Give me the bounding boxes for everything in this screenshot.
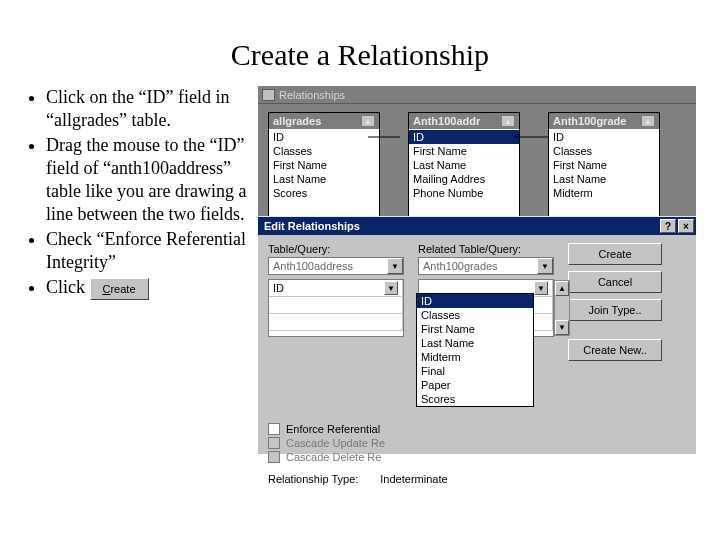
field-item[interactable]: First Name bbox=[549, 158, 659, 172]
scroll-up-icon[interactable]: ▲ bbox=[555, 281, 569, 296]
field-item[interactable]: Phone Numbe bbox=[409, 186, 519, 200]
relationship-type-value: Indeterminate bbox=[380, 473, 447, 485]
table-anth100address[interactable]: Anth100addr ▲ ID First Name Last Name Ma… bbox=[408, 112, 520, 224]
relationships-canvas[interactable]: allgrades ▲ ID Classes First Name Last N… bbox=[258, 104, 696, 224]
grid-scrollbar[interactable]: ▲ ▼ bbox=[554, 280, 570, 336]
combo-value: Anth100grades bbox=[423, 260, 498, 272]
right-table-combo[interactable]: Anth100grades ▼ bbox=[418, 257, 554, 275]
window-icon bbox=[262, 89, 275, 101]
field-item[interactable]: Classes bbox=[269, 144, 379, 158]
field-item[interactable]: Last Name bbox=[409, 158, 519, 172]
relationships-titlebar: Relationships bbox=[258, 86, 696, 104]
field-item[interactable]: First Name bbox=[409, 144, 519, 158]
table-title[interactable]: allgrades ▲ bbox=[269, 113, 379, 129]
bullet-item: Drag the mouse to the “ID” field of “ant… bbox=[46, 134, 252, 226]
table-title-text: allgrades bbox=[273, 115, 321, 127]
field-item[interactable]: Last Name bbox=[549, 172, 659, 186]
dropdown-item[interactable]: Scores bbox=[417, 392, 533, 406]
field-item[interactable]: ID bbox=[549, 130, 659, 144]
cancel-button[interactable]: Cancel bbox=[568, 271, 662, 293]
dropdown-item[interactable]: First Name bbox=[417, 322, 533, 336]
checkbox bbox=[268, 451, 280, 463]
table-anth100grades[interactable]: Anth100grade ▲ ID Classes First Name Las… bbox=[548, 112, 660, 224]
relationships-window-screenshot: Relationships allgrades ▲ ID Classes Fir… bbox=[258, 86, 696, 454]
field-item[interactable]: Classes bbox=[549, 144, 659, 158]
field-item[interactable]: Scores bbox=[269, 186, 379, 200]
field-dropdown-list[interactable]: ID Classes First Name Last Name Midterm … bbox=[416, 293, 534, 407]
checkbox[interactable] bbox=[268, 423, 280, 435]
bullet-item-label: Click bbox=[46, 277, 85, 297]
table-title[interactable]: Anth100addr ▲ bbox=[409, 113, 519, 129]
bullet-item: Click Create bbox=[46, 276, 252, 300]
grid-cell-value: ID bbox=[273, 282, 284, 294]
grid-cell[interactable]: ID ▼ bbox=[269, 280, 403, 296]
checkbox-label: Cascade Update Re bbox=[286, 437, 385, 449]
chevron-down-icon[interactable]: ▼ bbox=[537, 258, 553, 274]
field-item[interactable]: Mailing Addres bbox=[409, 172, 519, 186]
chevron-down-icon[interactable]: ▼ bbox=[387, 258, 403, 274]
field-grid-left[interactable]: ID ▼ bbox=[268, 279, 404, 337]
table-title-text: Anth100grade bbox=[553, 115, 626, 127]
close-icon[interactable]: × bbox=[678, 219, 694, 233]
create-button[interactable]: Create bbox=[568, 243, 662, 265]
field-item[interactable]: ID bbox=[269, 130, 379, 144]
slide-title: Create a Relationship bbox=[0, 0, 720, 86]
dropdown-item[interactable]: Classes bbox=[417, 308, 533, 322]
chevron-down-icon[interactable]: ▼ bbox=[534, 281, 548, 295]
grid-cell[interactable] bbox=[269, 297, 403, 313]
related-table-query-label: Related Table/Query: bbox=[418, 243, 554, 255]
bullet-item: Check “Enforce Referential Integrity” bbox=[46, 228, 252, 274]
scroll-up-icon[interactable]: ▲ bbox=[501, 115, 515, 127]
field-item[interactable]: Midterm bbox=[549, 186, 659, 200]
bullet-list: Click on the “ID” field in “allgrades” t… bbox=[0, 86, 258, 454]
create-new-button[interactable]: Create New.. bbox=[568, 339, 662, 361]
scroll-up-icon[interactable]: ▲ bbox=[641, 115, 655, 127]
checkbox-label: Cascade Delete Re bbox=[286, 451, 381, 463]
left-table-combo[interactable]: Anth100address ▼ bbox=[268, 257, 404, 275]
cascade-update-checkbox-row: Cascade Update Re bbox=[268, 437, 686, 449]
combo-value: Anth100address bbox=[273, 260, 353, 272]
scroll-down-icon[interactable]: ▼ bbox=[555, 320, 569, 335]
relationship-type-label: Relationship Type: bbox=[268, 473, 358, 485]
chevron-down-icon[interactable]: ▼ bbox=[384, 281, 398, 295]
cascade-delete-checkbox-row: Cascade Delete Re bbox=[268, 451, 686, 463]
field-item[interactable]: First Name bbox=[269, 158, 379, 172]
grid-cell[interactable] bbox=[269, 314, 403, 330]
dropdown-item-selected[interactable]: ID bbox=[417, 294, 533, 308]
edit-relationships-dialog: Edit Relationships ? × Table/Query: Anth… bbox=[258, 216, 696, 454]
scroll-up-icon[interactable]: ▲ bbox=[361, 115, 375, 127]
checkbox-label: Enforce Referential bbox=[286, 423, 380, 435]
dropdown-item[interactable]: Final bbox=[417, 364, 533, 378]
relationships-title-text: Relationships bbox=[279, 89, 345, 101]
help-icon[interactable]: ? bbox=[660, 219, 676, 233]
dialog-titlebar[interactable]: Edit Relationships ? × bbox=[258, 217, 696, 235]
dialog-title-text: Edit Relationships bbox=[264, 220, 360, 232]
dropdown-item[interactable]: Paper bbox=[417, 378, 533, 392]
join-type-button[interactable]: Join Type.. bbox=[568, 299, 662, 321]
dropdown-item[interactable]: Last Name bbox=[417, 336, 533, 350]
table-query-label: Table/Query: bbox=[268, 243, 404, 255]
checkbox bbox=[268, 437, 280, 449]
table-title[interactable]: Anth100grade ▲ bbox=[549, 113, 659, 129]
bullet-item: Click on the “ID” field in “allgrades” t… bbox=[46, 86, 252, 132]
table-allgrades[interactable]: allgrades ▲ ID Classes First Name Last N… bbox=[268, 112, 380, 224]
enforce-referential-checkbox-row[interactable]: Enforce Referential bbox=[268, 423, 686, 435]
dropdown-item[interactable]: Midterm bbox=[417, 350, 533, 364]
table-title-text: Anth100addr bbox=[413, 115, 480, 127]
inline-create-button[interactable]: Create bbox=[90, 278, 149, 300]
field-item[interactable]: Last Name bbox=[269, 172, 379, 186]
field-item-selected[interactable]: ID bbox=[409, 130, 519, 144]
